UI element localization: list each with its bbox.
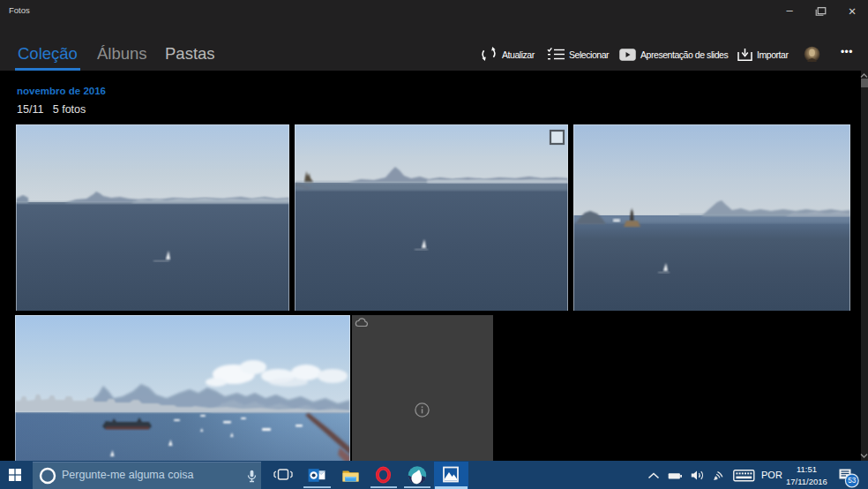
svg-text:53: 53 [848,477,857,485]
